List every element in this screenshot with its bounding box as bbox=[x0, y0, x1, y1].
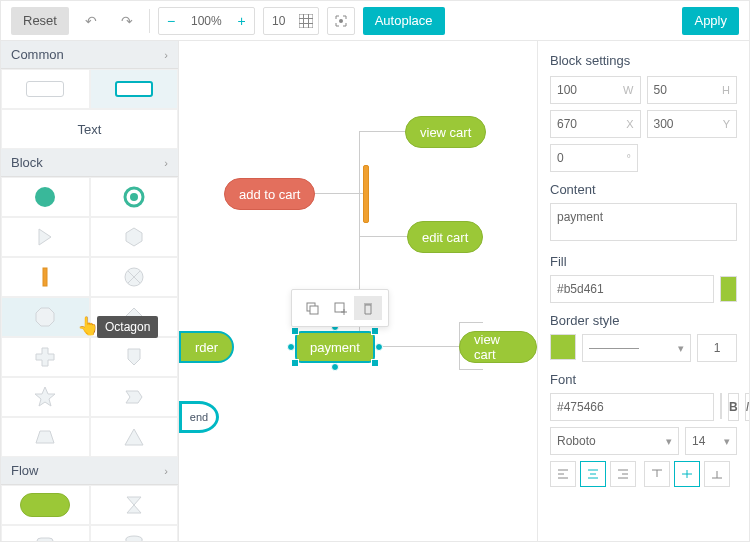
hourglass-icon[interactable] bbox=[90, 485, 179, 525]
zoom-control: − 100% + bbox=[158, 7, 255, 35]
resize-handle[interactable] bbox=[291, 359, 299, 367]
trapezoid-icon[interactable] bbox=[1, 417, 90, 457]
autoplace-button[interactable]: Autoplace bbox=[363, 7, 445, 35]
node-payment[interactable]: payment bbox=[295, 331, 375, 363]
svg-marker-9 bbox=[126, 228, 142, 246]
plus-icon[interactable] bbox=[1, 337, 90, 377]
star-icon[interactable] bbox=[1, 377, 90, 417]
redo-icon[interactable]: ↷ bbox=[113, 7, 141, 35]
section-block[interactable]: Block› bbox=[1, 149, 178, 177]
angle-input[interactable]: ° bbox=[550, 144, 638, 172]
font-family-select[interactable]: Roboto▾ bbox=[550, 427, 679, 455]
border-color-swatch[interactable] bbox=[550, 334, 576, 360]
zoom-value: 100% bbox=[183, 14, 230, 28]
shape-card[interactable] bbox=[1, 69, 90, 109]
content-textarea[interactable] bbox=[550, 203, 737, 241]
node-add-to-cart[interactable]: add to cart bbox=[224, 178, 315, 210]
border-width-input[interactable]: 1 bbox=[697, 334, 737, 362]
height-input[interactable]: H bbox=[647, 76, 738, 104]
circle-filled-icon[interactable] bbox=[1, 177, 90, 217]
node-view-cart-2[interactable]: view cart bbox=[459, 331, 537, 363]
valign-top-icon[interactable] bbox=[644, 461, 670, 487]
circle-outline-icon[interactable] bbox=[90, 177, 179, 217]
connector-handle[interactable] bbox=[375, 343, 383, 351]
connector-handle[interactable] bbox=[287, 343, 295, 351]
node-view-cart[interactable]: view cart bbox=[405, 116, 486, 148]
edge bbox=[359, 131, 409, 132]
connector-handle[interactable] bbox=[331, 363, 339, 371]
valign-bottom-icon[interactable] bbox=[704, 461, 730, 487]
node-vbar[interactable] bbox=[363, 165, 369, 223]
panel-title: Block settings bbox=[550, 53, 737, 68]
node-rder[interactable]: rder bbox=[179, 331, 234, 363]
shape-text[interactable]: Text bbox=[1, 109, 178, 149]
toolbar: Reset ↶ ↷ − 100% + Autoplace Apply bbox=[1, 1, 749, 41]
divider bbox=[149, 9, 150, 33]
fill-color-input[interactable] bbox=[550, 275, 714, 303]
zoom-out-icon[interactable]: − bbox=[159, 7, 183, 35]
node-end[interactable]: end bbox=[179, 401, 219, 433]
bold-button[interactable]: B bbox=[728, 393, 739, 421]
add-icon[interactable] bbox=[326, 296, 354, 320]
delete-icon[interactable] bbox=[354, 296, 382, 320]
properties-panel: Block settings W H X Y ° Content Fill Bo… bbox=[537, 41, 749, 541]
align-center-icon[interactable] bbox=[580, 461, 606, 487]
node-edit-cart[interactable]: edit cart bbox=[407, 221, 483, 253]
reset-button[interactable]: Reset bbox=[11, 7, 69, 35]
resize-handle[interactable] bbox=[371, 359, 379, 367]
copy-icon[interactable] bbox=[298, 296, 326, 320]
edge bbox=[459, 322, 483, 323]
width-input[interactable]: W bbox=[550, 76, 641, 104]
font-color-input[interactable] bbox=[550, 393, 714, 421]
circle-cross-icon[interactable] bbox=[90, 257, 179, 297]
section-flow[interactable]: Flow› bbox=[1, 457, 178, 485]
chevron-right-icon: › bbox=[164, 157, 168, 169]
svg-rect-0 bbox=[299, 14, 313, 28]
edge bbox=[373, 346, 463, 347]
zoom-in-icon[interactable]: + bbox=[230, 7, 254, 35]
shape-card[interactable] bbox=[90, 69, 179, 109]
fill-label: Fill bbox=[550, 254, 737, 269]
align-right-icon[interactable] bbox=[610, 461, 636, 487]
fill-color-swatch[interactable] bbox=[720, 276, 737, 302]
svg-marker-17 bbox=[36, 431, 54, 443]
chevron-right-icon: › bbox=[164, 465, 168, 477]
font-color-swatch[interactable] bbox=[720, 393, 722, 419]
vertical-bar-icon[interactable] bbox=[1, 257, 90, 297]
svg-point-8 bbox=[130, 193, 138, 201]
align-left-icon[interactable] bbox=[550, 461, 576, 487]
resize-handle[interactable] bbox=[371, 327, 379, 335]
italic-button[interactable]: I bbox=[745, 393, 749, 421]
terminator-icon[interactable] bbox=[1, 485, 90, 525]
arrow-down-icon[interactable] bbox=[90, 337, 179, 377]
apply-button[interactable]: Apply bbox=[682, 7, 739, 35]
grid-size-input[interactable] bbox=[264, 14, 294, 28]
cylinder-icon[interactable] bbox=[90, 525, 179, 541]
section-common[interactable]: Common› bbox=[1, 41, 178, 69]
undo-icon[interactable]: ↶ bbox=[77, 7, 105, 35]
resize-handle[interactable] bbox=[291, 327, 299, 335]
node-context-menu bbox=[291, 289, 389, 327]
tooltip: Octagon bbox=[97, 316, 158, 338]
cursor-hand-icon: 👆 bbox=[77, 315, 99, 337]
y-input[interactable]: Y bbox=[647, 110, 738, 138]
chevron-shape-icon[interactable] bbox=[90, 377, 179, 417]
svg-marker-16 bbox=[35, 387, 55, 406]
x-input[interactable]: X bbox=[550, 110, 641, 138]
grid-icon[interactable] bbox=[294, 7, 318, 35]
font-size-select[interactable]: 14▾ bbox=[685, 427, 737, 455]
triangle-up-icon[interactable] bbox=[90, 417, 179, 457]
edge bbox=[459, 369, 483, 370]
svg-marker-14 bbox=[36, 308, 54, 326]
valign-middle-icon[interactable] bbox=[674, 461, 700, 487]
triangle-right-icon[interactable] bbox=[1, 217, 90, 257]
border-style-select[interactable]: ▾ bbox=[582, 334, 691, 362]
chevron-right-icon: › bbox=[164, 49, 168, 61]
svg-rect-21 bbox=[310, 306, 318, 314]
focus-icon[interactable] bbox=[327, 7, 355, 35]
grid-control bbox=[263, 7, 319, 35]
display-icon[interactable] bbox=[1, 525, 90, 541]
diagram-canvas[interactable]: add to cart view cart edit cart rder vie… bbox=[179, 41, 537, 541]
heptagon-icon[interactable] bbox=[90, 217, 179, 257]
svg-rect-10 bbox=[43, 268, 47, 286]
